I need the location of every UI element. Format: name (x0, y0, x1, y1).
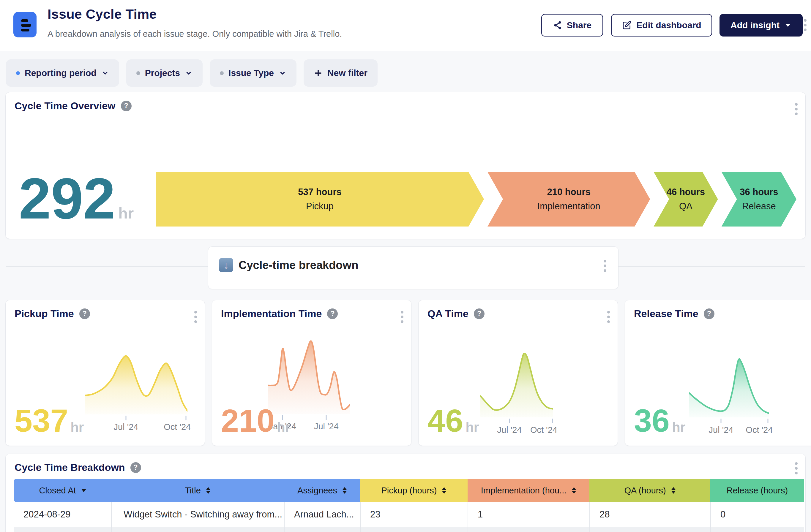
table-kebab-icon[interactable] (795, 462, 798, 474)
column-header-assignees[interactable]: Assignees (284, 479, 360, 502)
funnel-stage-name: Pickup (306, 201, 334, 212)
filter-dot-icon (136, 71, 140, 75)
axis-tick-mark (767, 419, 768, 423)
table-cell: Arnaud Lach... (284, 502, 360, 527)
column-header-qa-hours[interactable]: QA (hours) (590, 479, 710, 502)
chevron-down-icon (185, 69, 193, 77)
help-icon[interactable]: ? (131, 462, 141, 473)
pickup-x-axis: Jul '24Oct '24 (85, 415, 187, 436)
pickup-time-kebab-icon[interactable] (194, 311, 197, 323)
table-cell: 28 (590, 502, 710, 527)
table-header-row: Closed AtTitleAssigneesPickup (hours)Imp… (14, 479, 804, 502)
filter-pill-reporting-period[interactable]: Reporting period (6, 59, 119, 87)
table-row[interactable] (14, 527, 804, 532)
release-value-number: 36 (634, 407, 670, 434)
help-icon[interactable]: ? (327, 309, 338, 319)
pickup-value-number: 537 (15, 407, 68, 434)
axis-tick-mark (185, 416, 186, 420)
table-cell: 1 (468, 502, 590, 527)
page-subtitle: A breakdown analysis of each issue stage… (47, 29, 342, 39)
dashboard-page: Issue Cycle Time A breakdown analysis of… (0, 0, 811, 532)
cycle-time-breakdown-note-card: ↓ Cycle-time breakdown (208, 246, 618, 289)
share-button[interactable]: Share (541, 14, 603, 36)
table-cell: 2024-08-29 (14, 502, 111, 527)
filter-pill-label: Reporting period (25, 68, 96, 78)
axis-tick-label: Oct '24 (164, 422, 191, 432)
funnel-stage-hours: 210 hours (547, 187, 590, 198)
table-cell (710, 527, 804, 532)
funnel-stage-hours: 46 hours (667, 187, 705, 198)
column-header-implementation-hou[interactable]: Implementation (hou... (468, 479, 590, 502)
column-header-title[interactable]: Title (111, 479, 284, 502)
table-cell: 0 (710, 502, 804, 527)
overview-kebab-icon[interactable] (795, 103, 798, 115)
help-icon[interactable]: ? (704, 309, 715, 319)
sort-icon (671, 487, 675, 494)
overview-title: Cycle Time Overview (15, 100, 116, 112)
new-filter-button[interactable]: New filter (304, 59, 378, 87)
breakdown-note-kebab-icon[interactable] (603, 260, 606, 272)
qa-time-kebab-icon[interactable] (607, 311, 610, 323)
table-cell (360, 527, 468, 532)
cycle-time-overview-card: Cycle Time Overview ? 292 hr 537 hoursPi… (5, 92, 806, 239)
filter-pill-projects[interactable]: Projects (126, 59, 203, 87)
release-x-axis: Jul '24Oct '24 (689, 418, 769, 439)
page-title: Issue Cycle Time (47, 6, 157, 22)
funnel-stage-implementation: 210 hoursImplementation (488, 172, 650, 226)
page-menu-kebab-icon[interactable] (804, 19, 807, 31)
cycle-funnel-chart: 537 hoursPickup210 hoursImplementation46… (156, 172, 796, 226)
help-icon[interactable]: ? (474, 309, 485, 319)
chevron-down-icon (101, 69, 109, 77)
header-bar: Issue Cycle Time A breakdown analysis of… (0, 0, 811, 51)
implementation-value: 210 hr (221, 407, 290, 435)
column-header-release-hours[interactable]: Release (hours) (710, 479, 804, 502)
overview-total-unit: hr (118, 204, 134, 222)
chevron-down-icon (279, 69, 286, 77)
implementation-time-kebab-icon[interactable] (401, 311, 403, 323)
qa-sparkline-chart (480, 350, 553, 418)
new-filter-label: New filter (327, 68, 367, 78)
plus-icon (314, 68, 323, 78)
qa-time-title: QA Time (428, 308, 469, 319)
axis-tick-mark (552, 419, 553, 423)
qa-value: 46 hr (428, 407, 479, 435)
axis-tick-mark (509, 419, 510, 423)
table-cell: 23 (360, 502, 468, 527)
filter-dot-icon (16, 71, 20, 75)
filter-pill-issue-type[interactable]: Issue Type (210, 59, 296, 87)
pickup-time-card: Pickup Time ? Jul '24Oct '24 537 hr (5, 300, 205, 446)
axis-tick-label: Jul '24 (709, 425, 733, 435)
table-row[interactable]: 2024-08-29Widget Switch - Switching away… (14, 502, 804, 527)
release-value-unit: hr (672, 420, 685, 435)
qa-value-unit: hr (465, 420, 479, 435)
funnel-stage-qa: 46 hoursQA (654, 172, 718, 226)
down-arrow-icon: ↓ (219, 258, 233, 272)
help-icon[interactable]: ? (79, 309, 90, 319)
release-sparkline-chart (689, 357, 769, 418)
axis-tick-label: Jul '24 (497, 425, 522, 435)
column-header-closed-at[interactable]: Closed At (14, 479, 111, 502)
column-header-label: Release (hours) (726, 486, 788, 496)
table-cell (111, 527, 284, 532)
column-header-label: Title (185, 486, 201, 496)
share-button-label: Share (567, 20, 592, 30)
add-insight-button[interactable]: Add insight (719, 14, 803, 36)
axis-tick-label: Oct '24 (530, 425, 557, 435)
pickup-time-title: Pickup Time (15, 308, 74, 319)
funnel-stage-name: Implementation (537, 201, 600, 212)
sort-icon (342, 487, 347, 494)
column-header-label: Pickup (hours) (381, 486, 437, 496)
edit-dashboard-button-label: Edit dashboard (636, 20, 701, 30)
axis-tick-label: Jul '24 (314, 422, 339, 432)
edit-dashboard-button[interactable]: Edit dashboard (611, 14, 712, 36)
release-time-card: Release Time ? Jul '24Oct '24 36 hr (625, 300, 811, 446)
filter-pill-label: Issue Type (228, 68, 274, 78)
implementation-value-number: 210 (221, 407, 275, 434)
add-insight-button-label: Add insight (731, 20, 780, 30)
release-value: 36 hr (634, 407, 685, 435)
help-icon[interactable]: ? (121, 100, 132, 111)
table-cell (468, 527, 590, 532)
axis-tick-mark (326, 415, 327, 420)
column-header-pickup-hours[interactable]: Pickup (hours) (360, 479, 468, 502)
table-cell: Widget Switch - Switching away from... (111, 502, 284, 527)
